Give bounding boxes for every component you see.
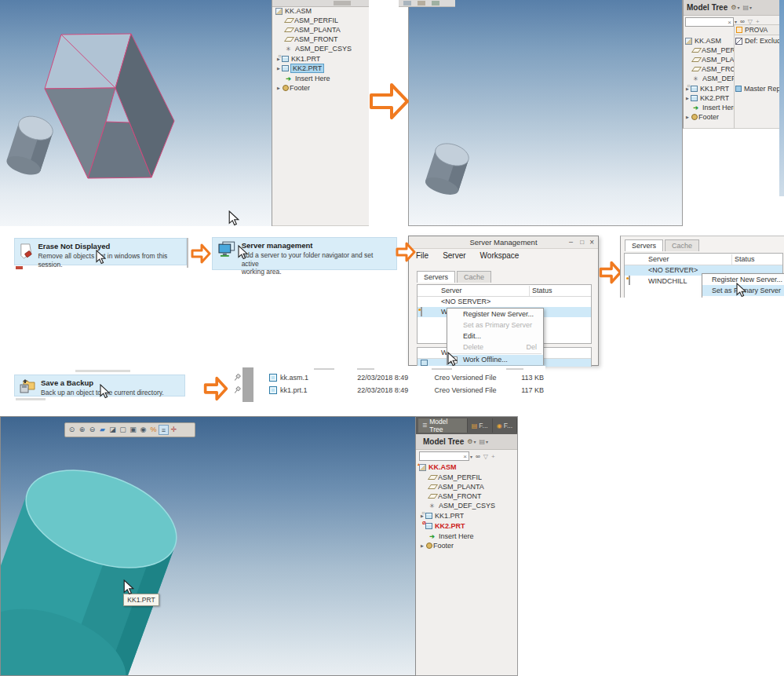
expand-arrow-icon[interactable]: ▶ (684, 115, 691, 119)
perspective-icon[interactable]: % (148, 425, 159, 435)
tree-item-root[interactable]: KK.ASM (275, 6, 369, 16)
zoom-in-icon[interactable]: ⊕ (77, 425, 87, 435)
menu-item-register-new-server[interactable]: Register New Server... (447, 309, 543, 320)
tab-favorites[interactable]: ◉ F... (493, 418, 517, 433)
tree-item[interactable]: ▶ □ KK1.PRT (419, 511, 517, 521)
expand-arrow-icon[interactable]: ▶ (275, 86, 282, 90)
tree-item[interactable]: ASM_PERFIL (284, 16, 369, 25)
snapshot-icon[interactable]: ◉ (138, 425, 148, 435)
viewport-top-middle[interactable] (408, 0, 683, 226)
add-column-icon[interactable]: + (491, 453, 495, 460)
dropdown-icon[interactable]: ▾ (470, 454, 472, 459)
find-binoculars-icon[interactable]: ∞ (476, 453, 480, 460)
tree-item[interactable]: ▶ KK2.PRT (684, 93, 734, 103)
zoom-out-icon[interactable]: ⊖ (87, 425, 97, 435)
menu-item-set-as-primary[interactable]: Set as Primary Server (447, 320, 543, 331)
model-tree-toggle-icon[interactable]: ≡ (159, 425, 169, 435)
tree-item-insert-here[interactable]: ➔ Insert Here (284, 74, 369, 83)
file-row[interactable]: kk.asm.1 22/03/2018 8:49 Creo Versioned … (269, 372, 544, 383)
tree-item-selected[interactable]: ▶ KK2.PRT (275, 64, 369, 73)
clear-search-icon[interactable]: × (463, 452, 467, 461)
column-server[interactable]: Server (441, 287, 462, 294)
spin-center-icon[interactable]: ✛ (169, 425, 179, 435)
menu-item-edit[interactable]: Edit... (447, 331, 543, 342)
shade-icon[interactable]: ◪ (108, 425, 118, 435)
tree-item[interactable]: ▶ □ KK1.PRT (275, 54, 369, 64)
view-manager-icon[interactable]: ▣ (128, 425, 138, 435)
tree-item-footer[interactable]: ▶ Footer (275, 83, 369, 93)
tab-servers[interactable]: Servers (417, 271, 455, 283)
tree-item[interactable]: ASM_PLANTA (284, 25, 369, 35)
maximize-button[interactable]: □ (580, 236, 584, 248)
tree-item[interactable]: ▶ □ KK1.PRT (684, 84, 734, 93)
tab-servers[interactable]: Servers (625, 239, 663, 251)
tree-item[interactable]: ASM_PLANTA (428, 482, 517, 491)
file-row[interactable]: kk1.prt.1 22/03/2018 8:49 Creo Versioned… (269, 385, 544, 396)
dropdown-icon[interactable]: ▾ (473, 439, 476, 444)
dropdown-icon[interactable]: ▾ (737, 5, 739, 10)
clear-search-icon[interactable]: × (727, 18, 731, 27)
tree-value-cell[interactable]: Def: Exclude Co... (735, 36, 780, 46)
expand-arrow-icon[interactable]: ▶ (684, 96, 691, 100)
tree-item-insert-here[interactable]: ➔ Insert Here (691, 103, 734, 112)
dropdown-icon[interactable]: ▾ (749, 5, 752, 10)
expand-arrow-icon[interactable]: ▶ (275, 66, 282, 71)
tree-item-root[interactable]: KK.ASM (685, 36, 734, 46)
tree-item[interactable]: ASM_FRONT (284, 35, 369, 44)
tab-folder-browser[interactable]: ▤ F... (468, 418, 493, 433)
tree-item[interactable]: ✳ ASM_DEF_CSYS (284, 44, 369, 53)
menu-item-delete[interactable]: Delete Del (447, 342, 543, 353)
pin-icon[interactable] (233, 386, 241, 394)
pin-icon[interactable] (233, 374, 241, 382)
tree-item[interactable]: ASM_PERFIL (691, 46, 734, 55)
tree-item[interactable]: ASM_PERFIL (428, 473, 517, 482)
saved-views-icon[interactable]: ▢ (118, 425, 128, 435)
dropdown-icon[interactable]: ▾ (486, 439, 488, 444)
tree-item[interactable]: ✳ ASM_DEF_CSYS (691, 74, 734, 83)
column-status[interactable]: Status (532, 287, 552, 294)
expand-arrow-icon[interactable]: ▶ (419, 543, 425, 548)
tree-column: KK.ASM ASM_PERFIL ASM_PLANTA ASM_FRONT ✳… (684, 36, 734, 129)
tree-item[interactable]: ASM_FRONT (691, 64, 734, 74)
tree-item-footer[interactable]: ▶ Footer (419, 541, 517, 550)
tree-search-input[interactable]: × (419, 451, 469, 461)
part-icon: □ (425, 513, 432, 519)
filter-icon[interactable]: ▽ (483, 453, 488, 460)
tree-tools-icon[interactable]: ⚙ (467, 438, 472, 445)
tree-search-input[interactable]: × (685, 17, 734, 27)
tab-cache[interactable]: Cache (665, 239, 699, 251)
column-header-prova[interactable]: PROVA (734, 24, 780, 35)
menu-workspace[interactable]: Workspace (473, 251, 527, 260)
column-server[interactable]: Server (648, 255, 669, 263)
tree-item[interactable]: ASM_PLANTA (691, 55, 734, 64)
scrollbar-fragment[interactable] (242, 367, 253, 402)
menu-server[interactable]: Server (436, 251, 472, 260)
tree-item[interactable]: ASM_FRONT (428, 491, 517, 501)
repaint-icon[interactable]: ▰ (97, 425, 108, 435)
tree-item[interactable]: ✳ ASM_DEF_CSYS (428, 501, 517, 510)
tree-item-root-modified[interactable]: ▲ KK.ASM (419, 462, 517, 472)
tree-tools-icon[interactable]: ⚙ (731, 4, 736, 11)
menu-item-work-offline[interactable]: Work Offline... (447, 355, 543, 365)
minimize-button[interactable]: – (569, 236, 573, 248)
tree-columns-icon[interactable]: ▤ (742, 4, 749, 11)
tab-cache[interactable]: Cache (457, 271, 491, 283)
viewport-bottom[interactable] (0, 416, 416, 676)
close-button[interactable]: × (589, 236, 594, 248)
footer-icon (426, 543, 432, 549)
dropdown-icon[interactable]: ▾ (735, 19, 737, 24)
table-row[interactable]: <NO SERVER> (418, 297, 591, 307)
tree-value-cell[interactable]: Master Rep (735, 84, 780, 93)
master-rep-icon (735, 86, 742, 92)
zoom-fit-icon[interactable]: ⊙ (67, 425, 77, 435)
viewport-top-left[interactable] (0, 0, 272, 226)
tab-model-tree[interactable]: ☰ Model Tree (418, 418, 468, 433)
tree-columns-icon[interactable]: ▤ (479, 438, 485, 445)
dialog-titlebar[interactable]: Server Management – □ × (409, 236, 598, 249)
tooltip-description: Remove all objects not in windows from t… (38, 252, 180, 269)
tree-item-footer[interactable]: ▶ Footer (684, 112, 734, 122)
tree-item-modified[interactable]: Ø KK2.PRT (425, 521, 517, 531)
column-status[interactable]: Status (735, 255, 755, 263)
tree-item-insert-here[interactable]: ➔ Insert Here (428, 532, 517, 541)
model-tree-panel-bottom: ☰ Model Tree ▤ F... ◉ F... Model Tree ⚙ … (416, 416, 518, 676)
